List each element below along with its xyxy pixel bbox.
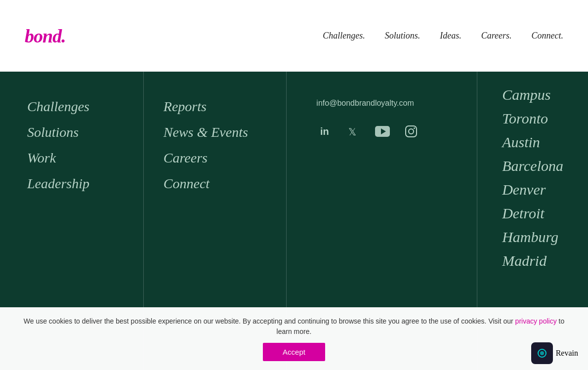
location-madrid[interactable]: Madrid	[502, 252, 563, 269]
site-logo[interactable]: bond.	[25, 25, 66, 47]
location-hamburg[interactable]: Hamburg	[502, 229, 563, 246]
footer-middle-link-careers[interactable]: Careers	[164, 150, 267, 166]
youtube-icon[interactable]	[374, 123, 391, 140]
footer-left-link-work[interactable]: Work	[27, 150, 119, 166]
location-toronto[interactable]: Toronto	[502, 110, 563, 127]
cookie-banner: We use cookies to deliver the best possi…	[0, 307, 588, 370]
location-detroit[interactable]: Detroit	[502, 205, 563, 222]
cookie-message: We use cookies to deliver the best possi…	[20, 316, 568, 337]
twitter-icon[interactable]: 𝕏	[345, 123, 363, 140]
svg-point-10	[540, 351, 544, 355]
footer-middle-link-reports[interactable]: Reports	[164, 99, 267, 115]
nav-item-connect[interactable]: Connect.	[532, 31, 564, 41]
footer-left-link-challenges[interactable]: Challenges	[27, 99, 119, 115]
privacy-policy-link[interactable]: privacy policy	[515, 317, 557, 325]
footer-middle-link-connect[interactable]: Connect	[164, 176, 267, 192]
footer-middle-link-news-events[interactable]: News & Events	[164, 124, 267, 140]
nav-item-careers[interactable]: Careers.	[481, 31, 512, 41]
location-austin[interactable]: Austin	[502, 134, 563, 151]
svg-text:𝕏: 𝕏	[348, 126, 356, 137]
location-campus[interactable]: Campus	[502, 86, 563, 103]
linkedin-icon[interactable]: in	[316, 123, 334, 140]
location-denver[interactable]: Denver	[502, 181, 563, 198]
revain-icon	[531, 342, 553, 364]
svg-point-6	[409, 129, 414, 134]
nav-item-ideas[interactable]: Ideas.	[440, 31, 462, 41]
site-header: bond. Challenges.Solutions.Ideas.Careers…	[0, 0, 588, 72]
site-footer: ChallengesSolutionsWorkLeadership Report…	[0, 72, 588, 370]
footer-left-link-leadership[interactable]: Leadership	[27, 176, 119, 192]
nav-item-solutions[interactable]: Solutions.	[385, 31, 420, 41]
svg-point-7	[414, 127, 415, 129]
instagram-icon[interactable]	[402, 123, 420, 140]
location-barcelona[interactable]: Barcelona	[502, 158, 563, 174]
social-icons-container: in𝕏	[316, 123, 457, 140]
revain-label: Revain	[556, 349, 578, 358]
svg-text:in: in	[320, 126, 329, 137]
main-nav: Challenges.Solutions.Ideas.Careers.Conne…	[323, 31, 563, 41]
accept-button[interactable]: Accept	[263, 343, 325, 361]
footer-email[interactable]: info@bondbrandloyalty.com	[316, 99, 457, 108]
svg-rect-5	[406, 126, 417, 137]
revain-badge: Revain	[531, 342, 578, 364]
nav-item-challenges[interactable]: Challenges.	[323, 31, 365, 41]
footer-left-link-solutions[interactable]: Solutions	[27, 124, 119, 140]
cookie-text-before: We use cookies to deliver the best possi…	[24, 317, 515, 325]
